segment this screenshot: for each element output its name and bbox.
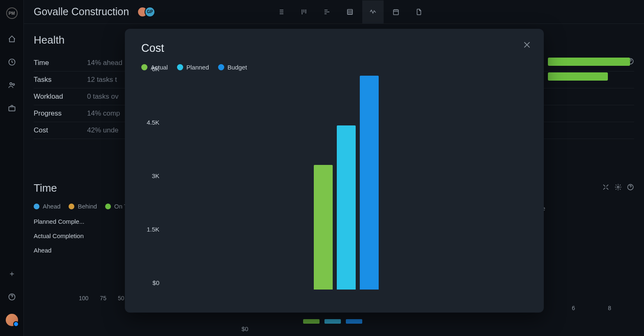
legend-item: Planned	[177, 64, 209, 71]
y-tick: 3K	[141, 172, 159, 179]
chart-bar	[337, 125, 356, 290]
bg-cost-zero: $0	[242, 325, 248, 332]
gear-icon[interactable]	[614, 183, 622, 192]
list-view-tab[interactable]	[270, 0, 292, 23]
y-tick: 6K	[141, 65, 159, 72]
chart-bar	[314, 165, 333, 290]
health-metric-value: 14% ahead	[87, 59, 122, 67]
bg-cost-bar	[324, 319, 341, 324]
dashboard-view-tab[interactable]	[362, 0, 384, 23]
gantt-view-tab[interactable]	[316, 0, 338, 23]
user-avatar[interactable]	[6, 314, 18, 326]
bg-bar	[548, 58, 630, 66]
health-metric-label: Cost	[34, 126, 87, 134]
svg-point-1	[10, 83, 12, 85]
health-metric-label: Progress	[34, 109, 87, 118]
health-metric-label: Time	[34, 59, 87, 67]
legend-label: Behind	[78, 203, 97, 210]
x-tick: 75	[100, 295, 106, 301]
legend-item: Budget	[218, 64, 247, 71]
home-icon[interactable]	[7, 35, 16, 44]
health-metric-value: 14% comp	[87, 109, 120, 118]
svg-point-2	[13, 83, 14, 85]
modal-title: Cost	[141, 42, 527, 55]
legend-dot	[177, 64, 183, 70]
close-icon[interactable]	[522, 40, 532, 50]
svg-rect-3	[9, 107, 15, 111]
add-icon[interactable]	[7, 269, 16, 278]
legend-item: Ahead	[34, 203, 60, 210]
health-metric-label: Tasks	[34, 76, 87, 84]
legend-item: On T	[105, 203, 128, 210]
team-icon[interactable]	[7, 81, 16, 90]
legend-label: Budget	[228, 64, 247, 71]
expand-icon[interactable]	[602, 183, 610, 192]
legend-dot	[218, 64, 224, 70]
board-view-tab[interactable]	[293, 0, 315, 23]
briefcase-icon[interactable]	[7, 104, 16, 113]
view-tabs	[270, 0, 430, 23]
app-logo[interactable]: PM	[6, 7, 18, 19]
health-metric-value: 0 tasks ov	[87, 93, 119, 101]
svg-rect-6	[393, 9, 398, 14]
x-tick: 50	[118, 295, 124, 301]
calendar-view-tab[interactable]	[385, 0, 407, 23]
legend-dot	[105, 204, 111, 209]
cost-modal: Cost ActualPlannedBudget 6K4.5K3K1.5K$0	[125, 29, 544, 313]
x-tick: 100	[79, 295, 88, 301]
legend-dot	[69, 204, 74, 209]
header: Govalle Construction GP	[24, 0, 644, 24]
cost-chart: 6K4.5K3K1.5K$0	[141, 76, 527, 298]
file-view-tab[interactable]	[408, 0, 430, 23]
legend-dot	[34, 204, 39, 209]
clock-icon[interactable]	[7, 58, 16, 67]
bg-cost-bars	[303, 319, 362, 324]
svg-point-9	[617, 186, 619, 188]
bg-cost-bar	[346, 319, 362, 324]
legend-item: Behind	[69, 203, 97, 210]
x-tick: 8	[608, 305, 611, 311]
health-title: Health	[34, 34, 64, 46]
bg-cost-bar	[303, 319, 320, 324]
sheet-view-tab[interactable]	[339, 0, 361, 23]
time-title: Time	[34, 182, 57, 195]
health-metric-value: 12 tasks t	[87, 76, 117, 84]
help-icon[interactable]	[7, 292, 16, 301]
sidebar: PM	[0, 0, 24, 336]
health-metric-label: Workload	[34, 93, 87, 101]
project-title: Govalle Construction	[34, 6, 129, 18]
legend-label: Planned	[186, 64, 209, 71]
legend-label: Ahead	[43, 203, 60, 210]
y-tick: $0	[141, 279, 159, 286]
help-panel-icon[interactable]	[627, 183, 634, 192]
svg-rect-5	[347, 9, 352, 14]
health-metric-value: 42% unde	[87, 126, 119, 134]
member-avatar[interactable]: GP	[145, 7, 155, 17]
y-tick: 4.5K	[141, 119, 159, 126]
y-tick: 1.5K	[141, 226, 159, 233]
chart-bar	[360, 76, 379, 290]
project-members[interactable]: GP	[137, 7, 155, 17]
x-tick: 6	[572, 305, 575, 311]
bg-bar	[548, 72, 608, 81]
